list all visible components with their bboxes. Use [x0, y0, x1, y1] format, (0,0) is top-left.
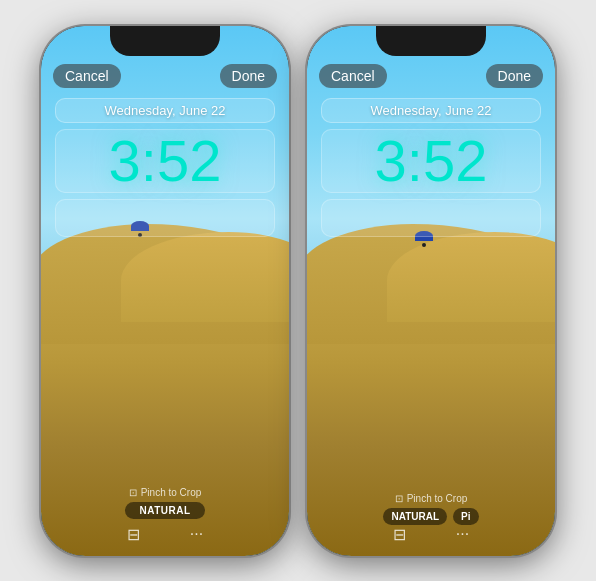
pinch-icon-right: ⊡: [395, 493, 403, 504]
pinch-icon-left: ⊡: [129, 487, 137, 498]
phone-left-screen: Cancel Done Wednesday, June 22 3:52 ⊡ Pi…: [41, 26, 289, 556]
bottom-icons-left: ⊟ ···: [127, 525, 203, 544]
cancel-button-right[interactable]: Cancel: [319, 64, 387, 88]
phone-left: Cancel Done Wednesday, June 22 3:52 ⊡ Pi…: [41, 26, 289, 556]
bottom-bar-left: ⊡ Pinch to Crop NATURAL ⊟ ···: [41, 487, 289, 556]
phone-right-wrapper: Cancel Done Wednesday, June 22 3:52 ⊡ Pi…: [307, 26, 555, 556]
done-button-left[interactable]: Done: [220, 64, 277, 88]
widget-slot-right: [321, 199, 541, 237]
widget-slot-left: [55, 199, 275, 237]
filter-badge-right[interactable]: NATURAL: [383, 508, 447, 525]
date-right: Wednesday, June 22: [321, 98, 541, 123]
notch-right: [376, 26, 486, 56]
pinch-hint-right: ⊡ Pinch to Crop: [395, 493, 468, 504]
bottom-bar-right: ⊡ Pinch to Crop NATURAL Pi ⊟ ···: [307, 493, 555, 556]
ui-overlay-right: Cancel Done Wednesday, June 22 3:52: [307, 26, 555, 556]
time-right: 3:52: [321, 129, 541, 193]
notch-left: [110, 26, 220, 56]
camera-roll-icon-right[interactable]: ⊟: [393, 525, 406, 544]
pinch-label-left: Pinch to Crop: [141, 487, 202, 498]
extra-badge-right[interactable]: Pi: [453, 508, 478, 525]
done-button-right[interactable]: Done: [486, 64, 543, 88]
more-icon-left[interactable]: ···: [190, 525, 203, 543]
date-left: Wednesday, June 22: [55, 98, 275, 123]
pinch-label-right: Pinch to Crop: [407, 493, 468, 504]
phone-right-screen: Cancel Done Wednesday, June 22 3:52 ⊡ Pi…: [307, 26, 555, 556]
phone-left-wrapper: Cancel Done Wednesday, June 22 3:52 ⊡ Pi…: [41, 26, 289, 556]
time-left: 3:52: [55, 129, 275, 193]
phone-right: Cancel Done Wednesday, June 22 3:52 ⊡ Pi…: [307, 26, 555, 556]
bottom-icons-right: ⊟ ···: [393, 525, 469, 544]
ui-overlay-left: Cancel Done Wednesday, June 22 3:52: [41, 26, 289, 556]
more-icon-right[interactable]: ···: [456, 525, 469, 543]
camera-roll-icon-left[interactable]: ⊟: [127, 525, 140, 544]
cancel-button-left[interactable]: Cancel: [53, 64, 121, 88]
filter-badge-left[interactable]: NATURAL: [125, 502, 204, 519]
pinch-hint-left: ⊡ Pinch to Crop: [129, 487, 202, 498]
filter-row-right: NATURAL Pi: [383, 508, 478, 525]
